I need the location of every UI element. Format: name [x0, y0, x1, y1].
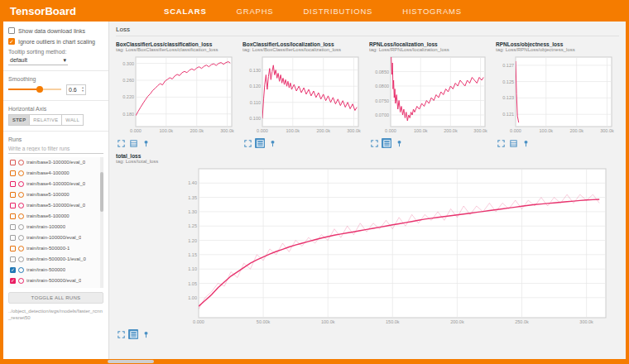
run-isolate-icon[interactable] [18, 267, 24, 273]
line-chart[interactable]: 0.1800.2200.2600.3000.000100.0k200.0k300… [116, 54, 236, 136]
run-isolate-icon[interactable] [18, 256, 24, 262]
fullscreen-icon[interactable] [496, 138, 506, 148]
run-name: train/train-500000 [26, 267, 65, 272]
run-isolate-icon[interactable] [18, 224, 24, 230]
run-isolate-icon[interactable] [18, 181, 24, 187]
tooltip-sorting-select[interactable]: default ▾ [8, 56, 68, 65]
data-table-icon[interactable] [255, 138, 265, 148]
run-isolate-icon[interactable] [18, 278, 24, 284]
run-checkbox[interactable] [10, 256, 16, 262]
run-row[interactable]: ✓train/train-500000/eval_0 [8, 275, 103, 286]
run-checkbox[interactable] [10, 213, 16, 219]
run-checkbox[interactable] [10, 203, 16, 208]
svg-text:200.0k: 200.0k [450, 319, 464, 324]
slider-knob[interactable] [36, 86, 43, 93]
run-row[interactable]: train/train-100000 [8, 222, 103, 232]
axis-relative-button[interactable]: RELATIVE [29, 114, 62, 126]
run-checkbox[interactable] [10, 246, 16, 251]
runs-filter-input[interactable] [8, 144, 103, 154]
svg-text:0.0750: 0.0750 [375, 98, 389, 103]
ignore-outliers-checkbox-row[interactable]: ✓ Ignore outliers in chart scaling [8, 38, 103, 45]
tab-scalars[interactable]: SCALARS [164, 7, 207, 16]
run-isolate-icon[interactable] [18, 235, 24, 241]
scrollbar-thumb[interactable] [100, 172, 103, 212]
horizontal-scrollbar-thumb[interactable] [108, 360, 154, 363]
run-row[interactable]: train/train-100000/eval_0 [8, 232, 103, 243]
run-checkbox[interactable] [10, 192, 16, 198]
run-row[interactable]: train/base3-100000/eval_0 [8, 157, 103, 168]
line-chart[interactable]: 0.1210.1230.1250.1270.000100.0k200.0k300… [496, 54, 616, 136]
svg-text:0.125: 0.125 [502, 79, 514, 84]
data-table-icon[interactable] [508, 138, 518, 148]
smoothing-slider[interactable] [8, 89, 61, 90]
data-table-icon[interactable] [128, 329, 138, 339]
data-table-icon[interactable] [128, 138, 138, 148]
run-isolate-icon[interactable] [18, 203, 24, 208]
svg-text:1.20: 1.20 [188, 238, 197, 243]
svg-text:0.130: 0.130 [249, 68, 261, 73]
svg-text:0.0800: 0.0800 [375, 84, 389, 89]
run-row[interactable]: ✓train/train-500000 [8, 265, 103, 275]
run-row[interactable]: train/base5-100000 [8, 189, 103, 200]
small-charts-row: BoxClassifierLoss/classification_loss ta… [116, 41, 619, 148]
run-row[interactable]: train/base5-100000/eval_0 [8, 200, 103, 211]
toggle-all-runs-button[interactable]: TOGGLE ALL RUNS [8, 292, 103, 304]
run-isolate-icon[interactable] [18, 192, 24, 198]
run-checkbox[interactable] [10, 181, 16, 187]
divider [3, 100, 108, 101]
horizontal-axis-buttons: STEP RELATIVE WALL [8, 114, 103, 126]
run-name: train/train-500000/eval_0 [26, 278, 81, 283]
checkbox-icon[interactable] [8, 27, 15, 34]
run-row[interactable]: train/base6-100000 [8, 211, 103, 222]
pin-icon[interactable] [141, 138, 151, 148]
fullscreen-icon[interactable] [369, 138, 379, 148]
run-checkbox[interactable]: ✓ [10, 278, 16, 284]
run-checkbox[interactable] [10, 170, 16, 176]
stepper-arrows[interactable]: ▴ ▾ [82, 86, 84, 93]
axis-wall-button[interactable]: WALL [61, 114, 84, 126]
tab-histograms[interactable]: HISTOGRAMS [402, 7, 462, 16]
chart-card-rpn-localization-loss: RPNLoss/localization_loss tag: Loss/RPNL… [369, 41, 489, 148]
run-checkbox[interactable] [10, 235, 16, 241]
line-chart[interactable]: 1.001.051.101.151.201.251.301.351.400.00… [116, 165, 616, 328]
run-checkbox[interactable] [10, 160, 16, 165]
app-title: TensorBoard [10, 5, 126, 17]
run-isolate-icon[interactable] [18, 170, 24, 176]
runs-scrollbar[interactable] [100, 157, 103, 288]
smoothing-value-stepper[interactable]: 0.6 ▴ ▾ [66, 84, 86, 95]
show-download-links-checkbox-row[interactable]: Show data download links [8, 27, 103, 34]
svg-text:150.0k: 150.0k [386, 319, 400, 324]
fullscreen-icon[interactable] [116, 138, 126, 148]
run-checkbox[interactable] [10, 224, 16, 230]
tab-graphs[interactable]: GRAPHS [237, 7, 274, 16]
run-row[interactable]: train/train-500000-1/eval_0 [8, 254, 103, 265]
svg-text:200.0k: 200.0k [316, 128, 330, 133]
tooltip-sorting-value: default [10, 57, 27, 64]
run-checkbox[interactable]: ✓ [10, 267, 16, 273]
run-row[interactable]: train/base4-100000 [8, 168, 103, 179]
run-row[interactable]: train/train-500000-1 [8, 243, 103, 254]
pin-icon[interactable] [141, 329, 151, 339]
axis-step-button[interactable]: STEP [8, 114, 30, 126]
tab-distributions[interactable]: DISTRIBUTIONS [303, 7, 372, 16]
chart-toolbar [116, 138, 236, 148]
svg-text:300.0k: 300.0k [473, 128, 487, 133]
svg-text:0.110: 0.110 [250, 100, 261, 105]
pin-icon[interactable] [521, 138, 531, 148]
run-isolate-icon[interactable] [18, 160, 24, 165]
stepper-down-icon[interactable]: ▾ [82, 89, 84, 93]
fullscreen-icon[interactable] [242, 138, 252, 148]
svg-text:1.15: 1.15 [188, 252, 197, 257]
run-isolate-icon[interactable] [18, 213, 24, 219]
line-chart[interactable]: 0.1000.1100.1200.1300.000100.0k200.0k300… [242, 54, 363, 136]
line-chart[interactable]: 0.07000.07500.08000.08500.000100.0k200.0… [369, 54, 489, 136]
loss-section-header[interactable]: Loss [116, 25, 619, 36]
pin-icon[interactable] [267, 138, 277, 148]
fullscreen-icon[interactable] [116, 329, 126, 339]
pin-icon[interactable] [394, 138, 404, 148]
smoothing-label: Smoothing [8, 76, 103, 82]
checkbox-icon[interactable]: ✓ [8, 38, 15, 45]
run-row[interactable]: train/base4-100000/eval_0 [8, 179, 103, 189]
run-isolate-icon[interactable] [18, 246, 24, 251]
data-table-icon[interactable] [382, 138, 391, 148]
